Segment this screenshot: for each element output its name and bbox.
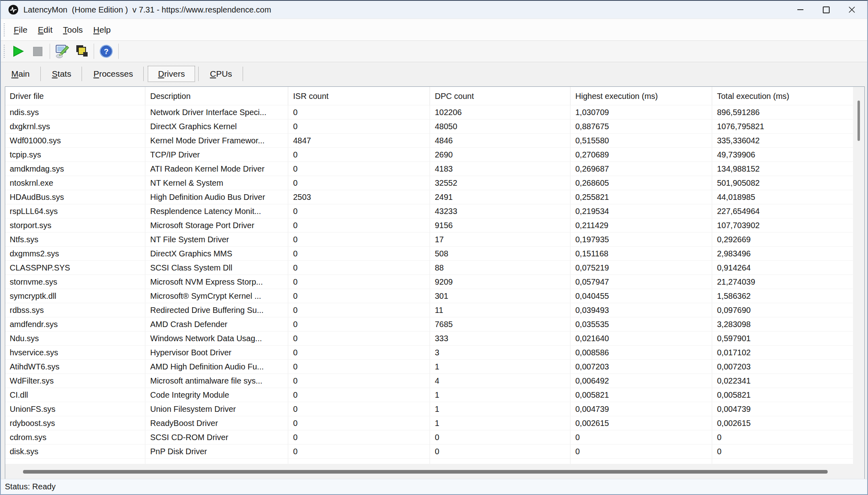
table-row[interactable]: Ntfs.sys NT File System Driver 0 17 0,19… [5, 233, 853, 247]
table-row[interactable]: symcryptk.dll Microsoft® SymCrypt Kernel… [5, 289, 853, 303]
table-row[interactable]: AtihdWT6.sys AMD High Definition Audio F… [5, 360, 853, 374]
tab-cpus[interactable]: CPUs [200, 66, 242, 82]
cell-highest-execution: 0,008586 [570, 346, 712, 360]
table-row[interactable] [5, 459, 853, 464]
cell-total-execution: 107,703902 [712, 218, 853, 233]
table-row[interactable]: storport.sys Microsoft Storage Port Driv… [5, 218, 853, 233]
table-row[interactable]: ntoskrnl.exe NT Kernel & System 0 32552 … [5, 176, 853, 190]
table-row[interactable]: tcpip.sys TCP/IP Driver 0 2690 0,270689 … [5, 148, 853, 162]
cell-total-execution: 1,586362 [712, 289, 853, 303]
options-button[interactable] [52, 42, 72, 60]
tab-main[interactable]: Main [2, 66, 40, 82]
menu-tools[interactable]: Tools [58, 19, 88, 40]
table-row[interactable]: amdkmdag.sys ATI Radeon Kernel Mode Driv… [5, 162, 853, 176]
menu-gripper[interactable] [4, 23, 5, 36]
horizontal-scrollbar-thumb[interactable] [23, 470, 828, 474]
stop-monitor-button[interactable] [28, 42, 47, 60]
table-row[interactable]: CI.dll Code Integrity Module 0 1 0,00582… [5, 388, 853, 402]
window-stack-button[interactable] [72, 42, 91, 60]
cell-driver-file: tcpip.sys [5, 148, 145, 162]
cell-driver-file: CLASSPNP.SYS [5, 261, 145, 275]
help-icon: ? [99, 44, 113, 59]
table-row[interactable]: CLASSPNP.SYS SCSI Class System Dll 0 88 … [5, 261, 853, 275]
tab-separator [143, 67, 144, 81]
table-row[interactable]: UnionFS.sys Union Filesystem Driver 0 1 … [5, 402, 853, 416]
cell-isr-count [288, 459, 430, 464]
column-header-description[interactable]: Description [145, 87, 288, 105]
table-row[interactable]: HDAudBus.sys High Definition Audio Bus D… [5, 190, 853, 204]
cell-isr-count: 0 [288, 402, 430, 416]
cell-total-execution: 0,007203 [712, 360, 853, 374]
table-row[interactable]: dxgkrnl.sys DirectX Graphics Kernel 0 48… [5, 120, 853, 134]
table-row[interactable]: amdfendr.sys AMD Crash Defender 0 7685 0… [5, 317, 853, 331]
start-monitor-button[interactable] [8, 42, 28, 60]
close-button[interactable] [839, 1, 865, 19]
cell-description: Redirected Drive Buffering Su... [145, 303, 288, 317]
cell-dpc-count: 1 [430, 416, 570, 430]
cell-highest-execution: 0,005821 [570, 388, 712, 402]
column-header-highest-execution[interactable]: Highest execution (ms) [570, 87, 712, 105]
cell-dpc-count: 3 [430, 346, 570, 360]
minimize-button[interactable] [787, 1, 813, 19]
table-row[interactable]: stornvme.sys Microsoft NVM Express Storp… [5, 275, 853, 289]
table-row[interactable]: cdrom.sys SCSI CD-ROM Driver 0 0 0 0 [5, 430, 853, 445]
cell-driver-file: ntoskrnl.exe [5, 176, 145, 190]
column-header-total-execution[interactable]: Total execution (ms) [712, 87, 853, 105]
table-row[interactable]: rspLLL64.sys Resplendence Latency Monit.… [5, 204, 853, 218]
cell-total-execution: 49,739906 [712, 148, 853, 162]
table-header: Driver file Description ISR count DPC co… [5, 87, 864, 105]
table-row[interactable]: hvservice.sys Hypervisor Boot Driver 0 3… [5, 346, 853, 360]
table-row[interactable]: dxgmms2.sys DirectX Graphics MMS 0 508 0… [5, 247, 853, 261]
table-row[interactable]: rdbss.sys Redirected Drive Buffering Su.… [5, 303, 853, 317]
column-header-dpc-count[interactable]: DPC count [430, 87, 570, 105]
menu-edit[interactable]: Edit [33, 19, 58, 40]
tab-processes[interactable]: Processes [84, 66, 143, 82]
cell-highest-execution: 0,002615 [570, 416, 712, 430]
column-header-isr-count[interactable]: ISR count [288, 87, 430, 105]
cell-total-execution: 0,002615 [712, 416, 853, 430]
cell-highest-execution: 0,515580 [570, 134, 712, 148]
stop-icon [33, 47, 42, 56]
tab-stats[interactable]: Stats [42, 66, 81, 82]
cell-highest-execution: 0,151168 [570, 247, 712, 261]
cell-description [145, 459, 288, 464]
vertical-scrollbar-thumb[interactable] [858, 101, 860, 141]
toolbar-separator [118, 44, 119, 59]
tab-separator [198, 67, 199, 81]
cell-dpc-count: 102206 [430, 105, 570, 120]
menu-file[interactable]: File [8, 19, 33, 40]
table-row[interactable]: rdyboost.sys ReadyBoost Driver 0 1 0,002… [5, 416, 853, 430]
cell-isr-count: 4847 [288, 134, 430, 148]
vertical-scrollbar[interactable] [853, 87, 864, 464]
cell-description: TCP/IP Driver [145, 148, 288, 162]
table-row[interactable]: WdFilter.sys Microsoft antimalware file … [5, 374, 853, 388]
cell-total-execution: 896,591286 [712, 105, 853, 120]
cell-driver-file: WdFilter.sys [5, 374, 145, 388]
table-row[interactable]: Wdf01000.sys Kernel Mode Driver Framewor… [5, 134, 853, 148]
cell-driver-file [5, 459, 145, 464]
menu-help[interactable]: Help [88, 19, 116, 40]
status-text: Status: Ready [5, 479, 56, 494]
cell-isr-count: 0 [288, 331, 430, 346]
table-row[interactable]: Ndu.sys Windows Network Data Usag... 0 3… [5, 331, 853, 346]
cell-description: Code Integrity Module [145, 388, 288, 402]
cell-highest-execution: 0 [570, 445, 712, 459]
cell-description: Kernel Mode Driver Framewor... [145, 134, 288, 148]
table-row[interactable]: ndis.sys Network Driver Interface Speci.… [5, 105, 853, 120]
cell-isr-count: 0 [288, 374, 430, 388]
tab-drivers[interactable]: Drivers [148, 66, 195, 82]
cell-highest-execution: 0 [570, 430, 712, 445]
tab-bar: Main Stats Processes Drivers CPUs [1, 62, 867, 86]
cell-total-execution: 0,017102 [712, 346, 853, 360]
cell-driver-file: CI.dll [5, 388, 145, 402]
help-button[interactable]: ? [96, 42, 116, 60]
cell-driver-file: hvservice.sys [5, 346, 145, 360]
maximize-button[interactable] [813, 1, 839, 19]
horizontal-scrollbar[interactable] [5, 464, 864, 479]
toolbar-gripper[interactable] [4, 45, 5, 58]
cell-driver-file: Ndu.sys [5, 331, 145, 346]
table-row[interactable]: disk.sys PnP Disk Driver 0 0 0 0 [5, 445, 853, 459]
cell-total-execution: 0 [712, 430, 853, 445]
cell-description: PnP Disk Driver [145, 445, 288, 459]
column-header-driver-file[interactable]: Driver file [5, 87, 145, 105]
